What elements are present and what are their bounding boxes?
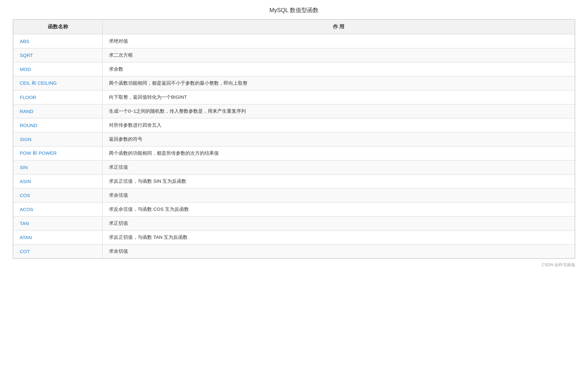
table-row: MOD求余数: [13, 62, 575, 76]
functions-table: 函数名称 作 用 ABS求绝对值SQRT求二次方根MOD求余数CEIL 和 CE…: [13, 19, 575, 259]
function-name: ASIN: [13, 174, 103, 188]
function-desc: 求正弦值: [103, 160, 575, 174]
function-desc: 对所传参数进行四舍五入: [103, 118, 575, 132]
table-row: COT求余切值: [13, 245, 575, 259]
footer-note: CSDN @炸毛疯兔: [13, 262, 575, 268]
function-name: COT: [13, 245, 103, 259]
function-desc: 求反余弦值，与函数 COS 互为反函数: [103, 203, 575, 217]
function-name: FLOOR: [13, 90, 103, 104]
function-name: ROUND: [13, 118, 103, 132]
table-container: 函数名称 作 用 ABS求绝对值SQRT求二次方根MOD求余数CEIL 和 CE…: [13, 19, 575, 259]
table-row: SIGN返回参数的符号: [13, 132, 575, 146]
table-row: ABS求绝对值: [13, 34, 575, 48]
table-row: COS求余弦值: [13, 188, 575, 203]
table-row: CEIL 和 CEILING两个函数功能相同，都是返回不小于参数的最小整数，即向…: [13, 76, 575, 90]
table-row: ASIN求反正弦值，与函数 SIN 互为反函数: [13, 174, 575, 188]
function-name: MOD: [13, 62, 103, 76]
function-name: SQRT: [13, 48, 103, 62]
table-row: POW 和 POWER两个函数的功能相同，都是所传参数的次方的结果值: [13, 146, 575, 160]
function-desc: 求余数: [103, 62, 575, 76]
function-name: ACOS: [13, 203, 103, 217]
function-desc: 求反正切值，与函数 TAN 互为反函数: [103, 231, 575, 245]
table-row: FLOOR向下取整，返回值转化为一个BIGINT: [13, 90, 575, 104]
table-row: ATAN求反正切值，与函数 TAN 互为反函数: [13, 231, 575, 245]
function-name: RAND: [13, 104, 103, 118]
col-header-name: 函数名称: [13, 20, 103, 34]
function-desc: 两个函数功能相同，都是返回不小于参数的最小整数，即向上取整: [103, 76, 575, 90]
function-desc: 求二次方根: [103, 48, 575, 62]
function-desc: 求余弦值: [103, 188, 575, 203]
function-name: ABS: [13, 34, 103, 48]
function-name: CEIL 和 CEILING: [13, 76, 103, 90]
function-name: SIN: [13, 160, 103, 174]
function-desc: 两个函数的功能相同，都是所传参数的次方的结果值: [103, 146, 575, 160]
function-desc: 返回参数的符号: [103, 132, 575, 146]
function-desc: 向下取整，返回值转化为一个BIGINT: [103, 90, 575, 104]
function-name: TAN: [13, 217, 103, 231]
function-desc: 求正切值: [103, 217, 575, 231]
table-row: SIN求正弦值: [13, 160, 575, 174]
function-desc: 求绝对值: [103, 34, 575, 48]
table-row: RAND生成一个0~1之间的随机数，传入整数参数是，用来产生重复序列: [13, 104, 575, 118]
table-row: TAN求正切值: [13, 217, 575, 231]
function-desc: 求余切值: [103, 245, 575, 259]
table-row: SQRT求二次方根: [13, 48, 575, 62]
page-title: MySQL 数值型函数: [13, 6, 575, 14]
table-row: ROUND对所传参数进行四舍五入: [13, 118, 575, 132]
function-name: COS: [13, 188, 103, 203]
function-desc: 求反正弦值，与函数 SIN 互为反函数: [103, 174, 575, 188]
function-name: ATAN: [13, 231, 103, 245]
function-name: SIGN: [13, 132, 103, 146]
function-desc: 生成一个0~1之间的随机数，传入整数参数是，用来产生重复序列: [103, 104, 575, 118]
table-row: ACOS求反余弦值，与函数 COS 互为反函数: [13, 203, 575, 217]
function-name: POW 和 POWER: [13, 146, 103, 160]
col-header-desc: 作 用: [103, 20, 575, 34]
table-header-row: 函数名称 作 用: [13, 20, 575, 34]
